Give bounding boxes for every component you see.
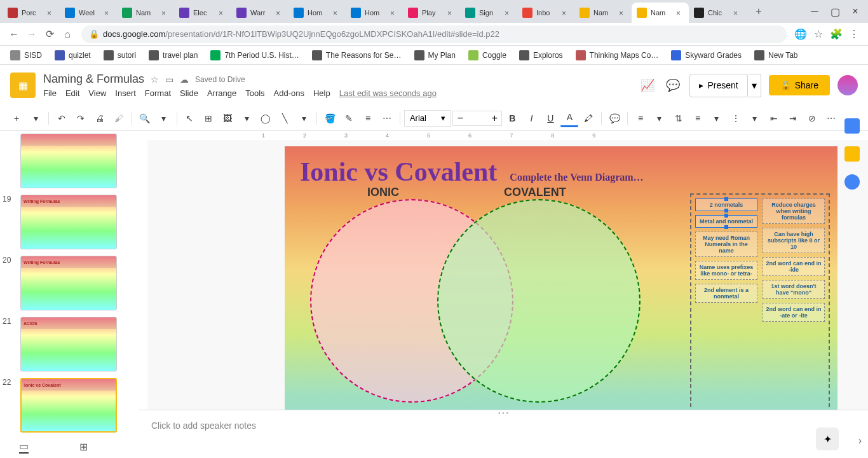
bold-button[interactable]: B [503,109,521,127]
slide-panel[interactable]: 19Writing Formulas20Writing Formulas21AC… [0,131,139,458]
bookmark-item[interactable]: Coggle [463,49,512,62]
browser-tab[interactable]: Nam× [117,3,174,23]
expand-side-panel-button[interactable]: › [858,435,862,447]
close-icon[interactable]: × [733,9,741,17]
drag-item[interactable]: May need Roman Numerals in the name [695,232,757,257]
drag-item[interactable]: Reduce charges when writing formulas [763,198,825,224]
close-icon[interactable]: × [505,9,512,17]
close-icon[interactable]: × [47,9,55,17]
slide-thumbnail[interactable]: 21ACIDS [5,317,133,371]
slide-title[interactable]: Ionic vs Covalent [300,156,497,187]
bookmark-item[interactable]: Thinking Maps Co… [571,49,664,62]
browser-tab[interactable]: Hom× [288,3,346,23]
align-dropdown[interactable]: ▾ [651,109,668,127]
undo-button[interactable]: ↶ [53,109,71,127]
align-button[interactable]: ≡ [632,109,649,127]
bookmark-item[interactable]: sutori [98,49,141,62]
notes-placeholder[interactable]: Click to add speaker notes [139,415,868,436]
image-dropdown[interactable]: ▾ [238,109,255,127]
bookmark-item[interactable]: SISD [5,49,47,62]
select-tool[interactable]: ↖ [180,109,198,127]
bookmark-item[interactable]: Exploros [514,49,568,62]
increase-font[interactable]: + [487,113,501,124]
line-dropdown[interactable]: ▾ [295,109,313,127]
browser-tab[interactable]: Nam× [632,3,689,23]
minimize-button[interactable]: ─ [804,1,825,22]
menu-item[interactable]: Help [313,88,330,98]
indent-less-button[interactable]: ⇤ [765,109,783,127]
close-icon[interactable]: × [104,9,112,17]
bookmark-item[interactable]: travel plan [144,49,203,62]
drag-item[interactable]: Metal and nonmetal [695,215,757,228]
menu-item[interactable]: View [88,88,106,98]
explore-button[interactable]: ✦ [816,427,839,450]
avatar[interactable] [837,75,858,95]
reload-button[interactable]: ⟳ [41,25,58,43]
close-icon[interactable]: × [276,9,283,17]
browser-tab[interactable]: Play× [403,3,460,23]
present-dropdown[interactable]: ▾ [748,74,761,97]
zoom-button[interactable]: 🔍 [136,109,154,127]
slide-thumbnail[interactable]: 20Writing Formulas [5,256,133,310]
indent-more-button[interactable]: ⇥ [784,109,802,127]
highlight-button[interactable]: 🖍 [580,109,597,127]
bookmark-item[interactable]: New Tab [749,49,803,62]
bookmark-item[interactable]: The Reasons for Se… [307,49,407,62]
menu-item[interactable]: Add-ons [274,88,304,98]
slide-thumbnail[interactable]: 22Ionic vs Covalent [5,378,133,433]
share-button[interactable]: 🔒 Share [769,75,830,95]
back-button[interactable]: ← [5,25,23,43]
browser-tab[interactable]: Chic× [689,3,746,23]
menu-item[interactable]: Tools [245,88,264,98]
bookmark-item[interactable]: Skyward Grades [666,49,747,62]
calendar-icon[interactable] [844,118,860,134]
doc-title[interactable]: Naming & Formulas [43,73,144,86]
drag-item[interactable]: 2nd word can end in -ate or -ite [763,303,825,322]
covalent-label[interactable]: COVALENT [504,186,566,199]
drag-item[interactable]: Can have high subscripts like 8 or 10 [763,228,825,253]
fill-color-button[interactable]: 🪣 [321,109,339,127]
numbered-list-dropdown[interactable]: ▾ [708,109,726,127]
move-doc-icon[interactable]: ▭ [165,74,173,85]
last-edit-link[interactable]: Last edit was seconds ago [339,88,437,98]
border-dash-button[interactable]: ⋯ [378,109,396,127]
translate-icon[interactable]: 🌐 [792,25,810,43]
covalent-circle[interactable] [437,199,641,403]
menu-item[interactable]: Arrange [207,88,236,98]
menu-item[interactable]: Format [145,88,171,98]
browser-tab[interactable]: Warr× [231,3,288,23]
close-window-button[interactable]: × [845,1,865,22]
bulleted-list-button[interactable]: ⋮ [727,109,745,127]
textbox-tool[interactable]: ⊞ [200,109,217,127]
bookmark-item[interactable]: quizlet [50,49,96,62]
present-button[interactable]: ▸ Present [689,74,747,97]
underline-button[interactable]: U [541,109,559,127]
home-button[interactable]: ⌂ [58,25,76,43]
paint-format-button[interactable]: 🖌 [110,109,128,127]
zoom-dropdown[interactable]: ▾ [155,109,173,127]
menu-item[interactable]: Insert [115,88,136,98]
font-size[interactable]: − + [452,111,502,126]
bookmark-item[interactable]: 7th Period U.S. Hist… [205,49,304,62]
slide-thumbnail[interactable]: 19Writing Formulas [5,195,133,249]
insert-comment-button[interactable]: 💬 [606,109,623,127]
line-spacing-button[interactable]: ⇅ [670,109,688,127]
notes-resize-handle[interactable]: • • • [139,410,868,415]
drag-item[interactable]: 2 nonmetals [695,198,757,211]
decrease-font[interactable]: − [453,113,467,124]
slides-logo[interactable]: ▦ [10,73,36,98]
new-tab-button[interactable]: + [750,3,768,20]
shape-tool[interactable]: ◯ [257,109,275,127]
browser-tab[interactable]: Nam× [574,3,632,23]
redo-button[interactable]: ↷ [72,109,90,127]
menu-item[interactable]: Slide [180,88,198,98]
slide-thumbnail[interactable] [5,134,133,188]
bulleted-list-dropdown[interactable]: ▾ [746,109,764,127]
filmstrip-view-button[interactable]: ▭ [19,440,29,454]
drag-item[interactable]: Name uses prefixes like mono- or tetra- [695,261,757,280]
border-weight-button[interactable]: ≡ [359,109,377,127]
drag-item[interactable]: 2nd element is a nonmetal [695,284,757,303]
numbered-list-button[interactable]: ≡ [689,109,707,127]
drag-item[interactable]: 2nd word can end in -ide [763,257,825,276]
browser-tab[interactable]: Elec× [174,3,231,23]
